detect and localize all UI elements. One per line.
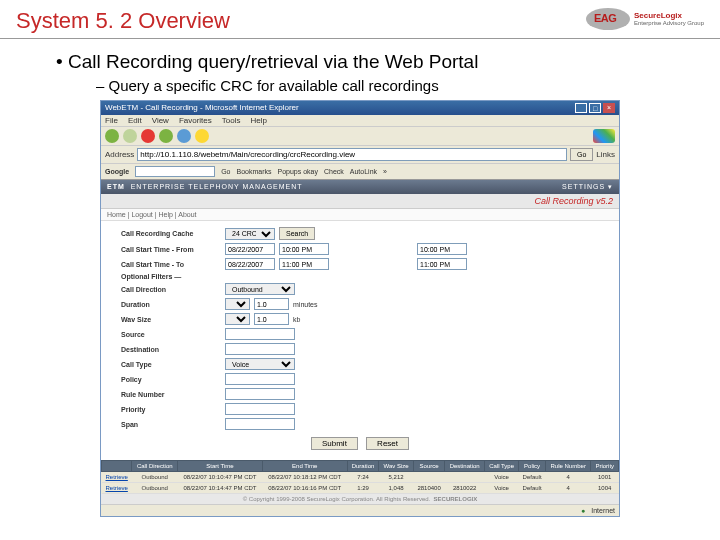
- span-input[interactable]: [225, 418, 295, 430]
- retrieve-link[interactable]: Retrieve: [102, 483, 132, 494]
- priority-input[interactable]: [225, 403, 295, 415]
- back-icon[interactable]: [105, 129, 119, 143]
- cell: Outbound: [132, 483, 178, 494]
- rule-label: Rule Number: [121, 391, 221, 398]
- reset-button[interactable]: Reset: [366, 437, 409, 450]
- th-dur: Duration: [347, 461, 379, 472]
- address-label: Address: [105, 150, 134, 159]
- wavsize-label: Wav Size: [121, 316, 221, 323]
- from-time-input[interactable]: [279, 243, 329, 255]
- favorites-icon[interactable]: [195, 129, 209, 143]
- th-ct: Call Type: [485, 461, 519, 472]
- etm-subtitle: Call Recording v5.2: [101, 194, 619, 209]
- cell: 08/22/07 10:16:16 PM CDT: [262, 483, 347, 494]
- to-time-input[interactable]: [279, 258, 329, 270]
- cell: 2810400: [413, 483, 444, 494]
- msn-icon: [593, 129, 615, 143]
- submit-button[interactable]: Submit: [311, 437, 358, 450]
- go-button[interactable]: Go: [570, 148, 593, 161]
- forward-icon[interactable]: [123, 129, 137, 143]
- search-button[interactable]: Search: [279, 227, 315, 240]
- duration-unit: minutes: [293, 301, 318, 308]
- priority-label: Priority: [121, 406, 221, 413]
- close-button[interactable]: ×: [603, 103, 615, 113]
- results-table: Call Direction Start Time End Time Durat…: [101, 460, 619, 494]
- policy-label: Policy: [121, 376, 221, 383]
- nav-links[interactable]: Home | Logout | Help | About: [101, 209, 619, 221]
- cell: Default: [519, 472, 546, 483]
- destination-label: Destination: [121, 346, 221, 353]
- google-autolink[interactable]: AutoLink: [350, 168, 377, 175]
- ie-toolbar: [101, 127, 619, 146]
- ie-titlebar: WebETM - Call Recording - Microsoft Inte…: [101, 101, 619, 115]
- menu-view[interactable]: View: [152, 116, 169, 125]
- destination-input[interactable]: [225, 343, 295, 355]
- calltype-label: Call Type: [121, 361, 221, 368]
- source-label: Source: [121, 331, 221, 338]
- menu-favorites[interactable]: Favorites: [179, 116, 212, 125]
- menu-edit[interactable]: Edit: [128, 116, 142, 125]
- th-rule: Rule Number: [546, 461, 591, 472]
- from-label: Call Start Time - From: [121, 246, 221, 253]
- to-date-input[interactable]: [225, 258, 275, 270]
- home-icon[interactable]: [177, 129, 191, 143]
- cell: Default: [519, 483, 546, 494]
- ie-addressbar: Address Go Links: [101, 146, 619, 164]
- logo-sub: Enterprise Advisory Group: [634, 20, 704, 26]
- refresh-icon[interactable]: [159, 129, 173, 143]
- cell: 4: [546, 472, 591, 483]
- google-check[interactable]: Check: [324, 168, 344, 175]
- optional-filters-header: Optional Filters —: [121, 273, 599, 280]
- logo-brand: SecureLogix: [634, 12, 704, 20]
- rule-input[interactable]: [225, 388, 295, 400]
- status-zone: Internet: [591, 507, 615, 514]
- etm-banner: ETM ENTERPRISE TELEPHONY MANAGEMENT SETT…: [101, 180, 619, 194]
- settings-dropdown[interactable]: SETTINGS ▾: [562, 183, 613, 191]
- google-label: Google: [105, 168, 129, 175]
- calltype-select[interactable]: Voice: [225, 358, 295, 370]
- direction-select[interactable]: Outbound: [225, 283, 295, 295]
- menu-file[interactable]: File: [105, 116, 118, 125]
- source-input[interactable]: [225, 328, 295, 340]
- duration-input[interactable]: [254, 298, 289, 310]
- minimize-button[interactable]: _: [575, 103, 587, 113]
- stop-icon[interactable]: [141, 129, 155, 143]
- ie-window-title: WebETM - Call Recording - Microsoft Inte…: [105, 103, 299, 113]
- policy-input[interactable]: [225, 373, 295, 385]
- from-time-end-input[interactable]: [417, 243, 467, 255]
- duration-op-select[interactable]: >: [225, 298, 250, 310]
- cell: Outbound: [132, 472, 178, 483]
- google-more[interactable]: »: [383, 168, 387, 175]
- cell: Voice: [485, 483, 519, 494]
- cell: [445, 472, 485, 483]
- google-bookmarks[interactable]: Bookmarks: [236, 168, 271, 175]
- address-input[interactable]: [137, 148, 567, 161]
- google-go[interactable]: Go: [221, 168, 230, 175]
- retrieve-link[interactable]: Retrieve: [102, 472, 132, 483]
- search-form: Call Recording Cache 24 CRC Search Call …: [101, 221, 619, 460]
- logo: SecureLogix Enterprise Advisory Group: [586, 8, 704, 30]
- cache-label: Call Recording Cache: [121, 230, 221, 237]
- cell: 7:24: [347, 472, 379, 483]
- th-wav: Wav Size: [379, 461, 413, 472]
- menu-help[interactable]: Help: [250, 116, 266, 125]
- cell: 1004: [591, 483, 619, 494]
- th-pri: Priority: [591, 461, 619, 472]
- maximize-button[interactable]: □: [589, 103, 601, 113]
- cell: Voice: [485, 472, 519, 483]
- from-date-input[interactable]: [225, 243, 275, 255]
- google-popups[interactable]: Popups okay: [277, 168, 317, 175]
- slide-title: System 5. 2 Overview: [16, 8, 230, 34]
- ie-statusbar: ● Internet: [101, 504, 619, 516]
- wav-input[interactable]: [254, 313, 289, 325]
- cell: 2810022: [445, 483, 485, 494]
- to-time-end-input[interactable]: [417, 258, 467, 270]
- etm-brand: ETM: [107, 183, 125, 190]
- menu-tools[interactable]: Tools: [222, 116, 241, 125]
- cell: 1,048: [379, 483, 413, 494]
- cache-select[interactable]: 24 CRC: [225, 228, 275, 240]
- th-pol: Policy: [519, 461, 546, 472]
- links-label[interactable]: Links: [596, 150, 615, 159]
- wav-op-select[interactable]: >: [225, 313, 250, 325]
- google-search-input[interactable]: [135, 166, 215, 177]
